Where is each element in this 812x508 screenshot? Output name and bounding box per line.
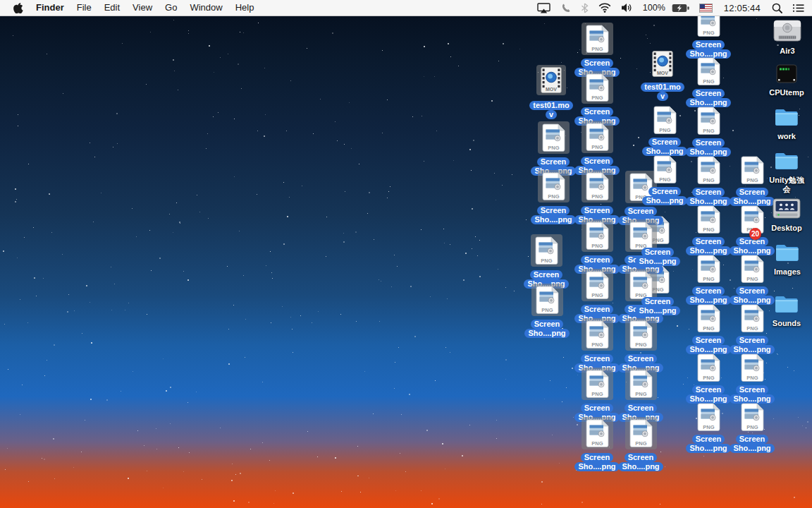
shared-computer-icon [773,198,801,219]
folder-icon [775,243,801,262]
menu-finder[interactable]: Finder [30,0,70,16]
file-label: ScreenSho....png [642,135,687,153]
svg-text:PNG: PNG [703,78,714,85]
file-label-line: Sho....png [574,462,619,471]
svg-text:MOV: MOV [546,87,557,92]
file-label: Sounds [773,315,801,328]
png-file-icon: PNG [582,71,613,104]
desktop-icons-layer: MOVtest01.movPNGScreenSho....pngPNGScree… [0,0,812,508]
phone-icon[interactable] [555,0,576,16]
file-label: Unity勉強会 [769,171,804,194]
svg-text:PNG: PNG [541,307,553,313]
menu-window[interactable]: Window [183,0,228,16]
desktop-file-png[interactable]: PNGScreenSho....png [565,23,629,74]
svg-text:PNG: PNG [703,276,714,282]
png-file-icon: PNG [697,156,720,184]
file-label-line: Sho....png [730,444,774,453]
apple-menu[interactable] [7,2,30,13]
png-file-icon: PNG [653,106,677,134]
file-label: ScreenSho....png [635,294,679,313]
desktop-item-folder[interactable]: work [754,107,812,141]
svg-text:PNG: PNG [703,325,714,332]
battery-charging-icon[interactable] [667,0,694,16]
bluetooth-icon[interactable] [576,0,593,16]
menu-edit[interactable]: Edit [98,0,126,16]
item-label: Air3 [780,47,794,56]
png-file-icon: PNG [697,403,720,431]
file-label: ScreenSho....png [686,86,730,104]
desktop-file-png[interactable]: PNGScreenSho....png [676,107,741,154]
svg-text:MOV: MOV [657,71,668,75]
desktop-file-png[interactable]: PNGScreenSho....png [720,353,785,401]
macos-desktop: { "menu_bar": { "menus": ["Finder","File… [0,0,812,508]
file-label: ScreenSho....png [686,135,730,154]
png-file-icon: PNG [697,57,720,85]
svg-text:PNG: PNG [591,243,603,249]
png-file-icon: PNG [697,107,720,135]
airplay-display-icon[interactable] [532,0,555,16]
desktop-item-disk[interactable]: Air3 [755,20,812,56]
menu-bar-clock[interactable]: 12:05:44 [718,3,767,13]
file-label: ScreenSho....png [686,432,730,450]
mov-file-icon: MOV [652,51,673,77]
png-file-icon: PNG [697,205,720,234]
png-file-icon: PNG [538,121,570,154]
png-file-icon: PNG [531,234,562,267]
svg-text:PNG: PNG [591,193,603,200]
folder-icon [774,294,800,314]
png-file-icon: PNG [582,219,613,252]
svg-text:PNG: PNG [746,325,758,332]
file-label: ScreenSho....png [642,184,687,202]
file-label: Air3 [780,42,794,56]
file-label-line: Sho....png [531,215,575,224]
us-flag-icon[interactable] [694,0,718,16]
spotlight-search-icon[interactable] [767,0,787,16]
item-label: Unity勉強会 [769,176,804,194]
file-label: ScreenSho....png [686,284,730,302]
png-file-icon: PNG [697,304,720,332]
desktop-file-png[interactable]: PNGScreenSho....png [720,403,785,450]
menu-file[interactable]: File [70,0,98,16]
desktop-file-png[interactable]: PNGScreenSho....png [565,121,629,172]
desktop-file-png[interactable]: PNGScreenSho....png [608,368,673,419]
item-label: CPUtemp [769,88,804,97]
wifi-icon[interactable] [593,0,616,16]
desktop-file-png[interactable]: PNGScreenSho....png [676,57,741,104]
file-label: ScreenSho....png [686,382,730,401]
menu-help[interactable]: Help [229,0,261,16]
png-file-icon: PNG [582,269,613,301]
svg-text:PNG: PNG [591,46,603,52]
file-label-line: Sho....png [686,444,730,453]
menu-view[interactable]: View [126,0,159,16]
notification-center-icon[interactable] [787,0,809,16]
file-label-line: v [657,92,668,101]
desktop-item-app-terminal[interactable]: CPUtemp [754,64,812,97]
svg-text:PNG: PNG [635,440,646,447]
svg-text:PNG: PNG [591,391,603,397]
volume-icon[interactable] [616,0,638,16]
mov-file-icon: MOV [536,65,566,95]
desktop-file-png[interactable]: PNGScreenSho....png [608,318,673,370]
file-label: ScreenSho....png [635,245,679,263]
png-file-icon: PNG [582,368,613,400]
item-label: work [777,132,796,141]
desktop-file-png[interactable]: PNGScreenSho....png [565,71,629,123]
desktop-file-png[interactable]: PNGScreenSho....png [608,417,673,468]
png-file-icon: PNG [582,318,613,351]
svg-text:PNG: PNG [659,176,670,183]
file-label: ScreenSho....png [574,450,619,468]
file-label: test01.mov [529,98,572,116]
file-label: CPUtemp [769,84,804,97]
hard-disk-icon [773,20,801,42]
png-file-icon: PNG [582,121,613,153]
svg-text:PNG: PNG [635,391,646,397]
menu-go[interactable]: Go [159,0,183,16]
file-label: ScreenSho....png [524,317,569,335]
svg-text:PNG: PNG [548,193,559,200]
svg-text:PNG: PNG [746,177,758,183]
svg-text:PNG: PNG [703,128,714,134]
item-label: Sounds [773,319,801,328]
png-file-icon: PNG [697,353,720,382]
png-file-icon: PNG [625,417,657,449]
file-label-line: Sho....png [635,257,679,266]
